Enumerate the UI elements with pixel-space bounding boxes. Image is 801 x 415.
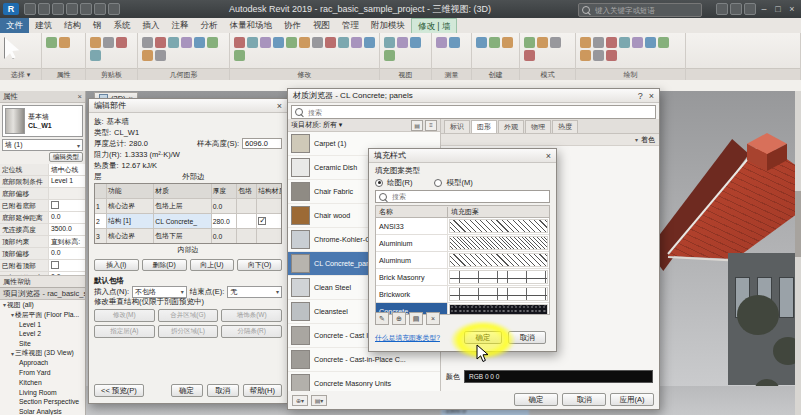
sync-icon[interactable] [52,3,64,15]
ribbon-tool-icon[interactable] [90,50,101,61]
ribbon-tab-9[interactable]: 体量和场地 [224,18,279,33]
layer-cell[interactable]: 包络上层 [154,199,211,213]
dialog-help-icon[interactable]: ? [638,91,643,101]
ribbon-tool-icon[interactable] [168,37,179,48]
layer-cell[interactable]: CL Concrete_ [154,214,211,228]
app-menu-button[interactable]: R [3,3,19,15]
material-tab-物理[interactable]: 物理 [525,120,551,133]
property-value[interactable]: 0.0 [49,212,85,223]
exchange-apps-icon[interactable] [716,3,728,15]
ribbon-tool-icon[interactable] [273,37,284,48]
ribbon-tool-icon[interactable] [489,37,500,48]
restore-button[interactable]: □ [771,4,785,14]
name-column-header[interactable]: 名称 [376,207,448,217]
ribbon-tool-icon[interactable] [338,37,349,48]
ribbon-tool-icon[interactable] [449,37,460,48]
ribbon-tab-5[interactable]: 系统 [108,18,137,33]
help-search-input[interactable] [593,5,698,16]
ribbon-tool-icon[interactable] [593,50,604,61]
ribbon-tool-icon[interactable] [580,50,591,61]
property-value[interactable] [49,260,85,271]
end-point-select[interactable]: 无▾ [227,286,282,298]
cancel-button[interactable]: 取消 [207,384,239,397]
ribbon-tool-icon[interactable] [397,37,408,48]
ribbon-tab-10[interactable]: 协作 [278,18,307,33]
pattern-search-input[interactable] [390,192,546,201]
modify-structure-button[interactable]: 指定层(A) [94,325,155,338]
ribbon-tab-6[interactable]: 插入 [137,18,166,33]
ribbon-tool-icon[interactable] [351,37,362,48]
ribbon-tool-icon[interactable] [537,37,548,48]
open-library-icon[interactable]: ▤▾ [311,395,327,406]
ribbon-tool-icon[interactable] [90,37,101,48]
material-search-input[interactable] [306,108,652,117]
ribbon-tool-icon[interactable] [247,37,258,48]
cancel-button[interactable]: 取消 [562,393,606,406]
move-down-button[interactable]: 向下(O) [237,259,282,271]
move-up-button[interactable]: 向上(U) [190,259,235,271]
ribbon-tool-icon[interactable] [325,37,336,48]
close-dialog-icon[interactable]: × [546,151,551,161]
property-value[interactable]: 墙中心线 [49,164,85,175]
property-value[interactable]: 直到标高: [49,236,85,247]
ribbon-tool-icon[interactable] [299,37,310,48]
tree-item[interactable]: Level 1 [0,319,85,329]
ribbon-tool-icon[interactable] [580,37,591,48]
layer-cell[interactable]: 280.0 [212,214,238,228]
ribbon-tab-4[interactable]: 钢 [87,18,108,33]
tree-item[interactable]: ▾楼层平面 (Floor Pla... [0,310,85,320]
redo-icon[interactable] [80,3,92,15]
ribbon-tool-icon[interactable] [312,37,323,48]
ribbon-tool-icon[interactable] [606,37,617,48]
close-dialog-icon[interactable]: × [277,101,282,111]
ok-button[interactable]: 确定 [171,384,203,397]
layer-row[interactable]: 2结构 [1]CL Concrete_280.0 [95,214,281,229]
ribbon-tool-icon[interactable] [632,37,643,48]
layer-cell[interactable]: 核心边界 [107,229,154,243]
edit-type-button[interactable]: 编辑类型 [49,152,83,162]
ribbon-tab-3[interactable]: 结构 [58,18,87,33]
print-icon[interactable] [94,3,106,15]
material-tab-标识[interactable]: 标识 [444,120,470,133]
ribbon-tool-icon[interactable] [606,50,617,61]
close-button[interactable]: × [785,4,799,14]
property-value[interactable] [49,200,85,211]
ok-button[interactable]: 确定 [514,393,558,406]
ribbon-tool-icon[interactable] [207,37,218,48]
ribbon-tab-8[interactable]: 分析 [195,18,224,33]
ribbon-tool-icon[interactable] [155,37,166,48]
layer-cell[interactable] [237,229,257,243]
ribbon-tab-11[interactable]: 视图 [307,18,336,33]
account-icon[interactable] [730,3,742,15]
ribbon-tab-14[interactable]: 修改 | 墙 [411,18,457,33]
ribbon-tool-icon[interactable] [194,37,205,48]
layer-row[interactable]: 1核心边界包络上层0.0 [95,199,281,214]
modify-structure-button[interactable]: 墙饰条(W) [221,309,282,322]
ribbon-tool-icon[interactable] [502,37,513,48]
view-scrollbar-thumb[interactable] [795,191,801,257]
edit-pattern-icon[interactable]: ✎ [375,312,389,325]
tree-item[interactable]: From Yard [0,368,85,378]
apply-button[interactable]: 应用(A) [610,393,654,406]
insert-layer-button[interactable]: 插入(I) [94,259,139,271]
undo-icon[interactable] [66,3,78,15]
open-icon[interactable] [24,3,36,15]
property-value[interactable]: 3500.0 [49,224,85,235]
view-scrollbar[interactable] [795,91,801,415]
ribbon-tool-icon[interactable] [142,37,153,48]
insert-point-select[interactable]: 不包络▾ [132,286,187,298]
material-list-item[interactable]: Concrete Masonry Units [288,372,440,391]
pattern-column-header[interactable]: 填充图案 [448,207,549,217]
ribbon-tool-icon[interactable] [524,50,535,61]
ribbon-tool-icon[interactable] [384,50,395,61]
help-button[interactable]: 帮助(H) [243,384,282,397]
layer-cell[interactable] [237,214,257,228]
view-cube[interactable] [747,133,787,171]
delete-layer-button[interactable]: 删除(D) [142,259,187,271]
measure-icon[interactable] [108,3,120,15]
model-radio[interactable] [434,179,442,187]
properties-help-link[interactable]: 属性帮助 [0,275,85,287]
collapse-icon[interactable]: ▾ [635,136,638,143]
property-value[interactable]: Level 1 [49,176,85,187]
tree-item[interactable]: Solar Analysis [0,407,85,415]
